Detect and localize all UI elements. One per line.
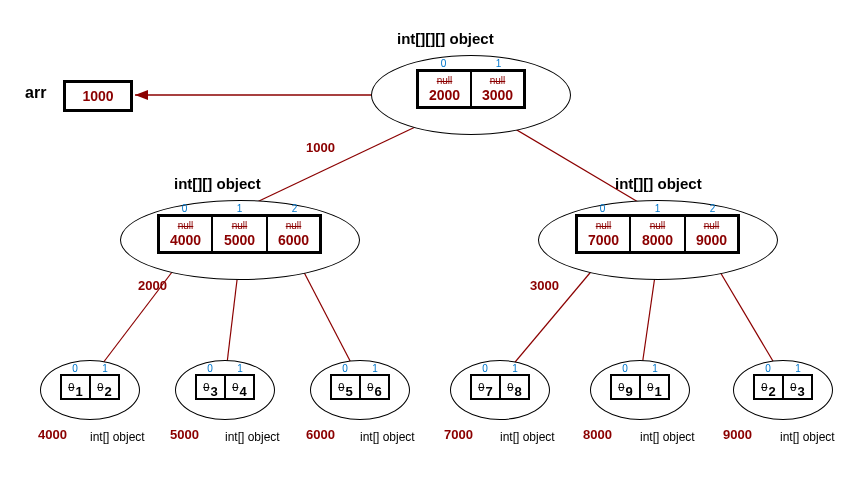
leaf-type-label-2: int[] object: [360, 430, 415, 444]
leaf-cell: 08: [500, 374, 530, 400]
leaf-idx-row: 01: [195, 363, 255, 374]
leaf-idx-row: 01: [610, 363, 670, 374]
leaf-type-label-1: int[] object: [225, 430, 280, 444]
leaf-cell: 04: [225, 374, 255, 400]
leaf-cell: 06: [360, 374, 390, 400]
svg-line-2: [240, 120, 430, 210]
leaf-cell: 07: [470, 374, 500, 400]
leaf-idx-row: 01: [470, 363, 530, 374]
leaf-address-3: 7000: [444, 427, 473, 442]
top-cell-0: null 2000: [416, 69, 471, 109]
mid-left-index-row: 0 1 2: [157, 203, 322, 214]
leaf-cell-row: 01 02: [60, 374, 120, 400]
mid-left-address: 2000: [138, 278, 167, 293]
leaf-cell-row: 09 01: [610, 374, 670, 400]
svg-marker-1: [135, 90, 148, 100]
mid-left-cell-0: null 4000: [157, 214, 212, 254]
leaf-cell: 03: [783, 374, 813, 400]
leaf-address-4: 8000: [583, 427, 612, 442]
leaf-cell-row: 05 06: [330, 374, 390, 400]
mid-left-title: int[][] object: [174, 175, 261, 192]
top-cells-row: null 2000 null 3000: [416, 69, 526, 109]
leaf-address-2: 6000: [306, 427, 335, 442]
mid-right-title: int[][] object: [615, 175, 702, 192]
leaf-address-5: 9000: [723, 427, 752, 442]
leaf-cell: 03: [195, 374, 225, 400]
arr-value: 1000: [82, 88, 113, 104]
leaf-cells-2: 01 05 06: [330, 363, 390, 400]
top-cell-1: null 3000: [471, 69, 526, 109]
leaf-cell: 05: [330, 374, 360, 400]
leaf-cells-5: 01 02 03: [753, 363, 813, 400]
mid-left-cell-1: null 5000: [212, 214, 267, 254]
leaf-cell-row: 03 04: [195, 374, 255, 400]
leaf-cells-3: 01 07 08: [470, 363, 530, 400]
leaf-cell: 01: [60, 374, 90, 400]
top-object-title: int[][][] object: [397, 30, 494, 47]
leaf-cell-row: 07 08: [470, 374, 530, 400]
leaf-type-label-3: int[] object: [500, 430, 555, 444]
mid-left-cells-row: null 4000 null 5000 null 6000: [157, 214, 322, 254]
mid-right-address: 3000: [530, 278, 559, 293]
leaf-cell: 02: [90, 374, 120, 400]
leaf-cell: 01: [640, 374, 670, 400]
leaf-cells-4: 01 09 01: [610, 363, 670, 400]
mid-right-cell-0: null 7000: [575, 214, 630, 254]
leaf-idx-row: 01: [753, 363, 813, 374]
leaf-cell-row: 02 03: [753, 374, 813, 400]
leaf-cells-1: 01 03 04: [195, 363, 255, 400]
mid-right-cell-2: null 9000: [685, 214, 740, 254]
leaf-idx-row: 01: [330, 363, 390, 374]
leaf-address-0: 4000: [38, 427, 67, 442]
top-index-row: 0 1: [416, 58, 526, 69]
mid-right-cells-row: null 7000 null 8000 null 9000: [575, 214, 740, 254]
arr-value-box: 1000: [63, 80, 133, 112]
top-address: 1000: [306, 140, 335, 155]
leaf-type-label-0: int[] object: [90, 430, 145, 444]
leaf-cell: 09: [610, 374, 640, 400]
leaf-cell: 02: [753, 374, 783, 400]
mid-right-cell-1: null 8000: [630, 214, 685, 254]
mid-right-index-row: 0 1 2: [575, 203, 740, 214]
mid-left-cell-2: null 6000: [267, 214, 322, 254]
leaf-idx-row: 01: [60, 363, 120, 374]
leaf-cells-0: 01 01 02: [60, 363, 120, 400]
leaf-type-label-4: int[] object: [640, 430, 695, 444]
leaf-address-1: 5000: [170, 427, 199, 442]
arr-variable-label: arr: [25, 84, 46, 102]
leaf-type-label-5: int[] object: [780, 430, 835, 444]
